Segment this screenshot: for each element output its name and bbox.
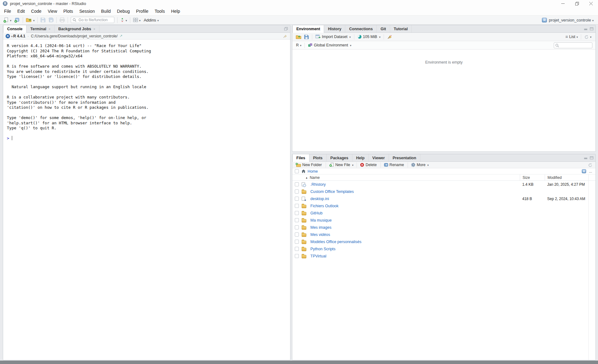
tab-viewer[interactable]: Viewer: [369, 154, 389, 161]
goto-file-input[interactable]: [71, 17, 114, 23]
open-directory-icon[interactable]: ↗: [119, 34, 122, 38]
row-checkbox[interactable]: [295, 232, 299, 237]
tab-environment[interactable]: Environment: [292, 25, 324, 33]
import-dataset-button[interactable]: Import Dataset: [314, 34, 352, 40]
memory-usage-button[interactable]: 105 MiB: [356, 34, 381, 40]
file-link[interactable]: Mes images: [310, 225, 520, 230]
menu-build[interactable]: Build: [98, 7, 114, 15]
row-checkbox[interactable]: [295, 254, 299, 258]
close-icon[interactable]: ×: [48, 27, 50, 31]
list-view-button[interactable]: ≡ List: [564, 34, 579, 40]
row-checkbox[interactable]: [295, 197, 299, 201]
tab-background-jobs[interactable]: Background Jobs ×: [55, 25, 99, 32]
menu-plots[interactable]: Plots: [60, 7, 76, 15]
new-folder-button[interactable]: New Folder: [294, 162, 323, 168]
project-directory-icon[interactable]: R: [582, 169, 586, 173]
clear-console-icon[interactable]: [283, 34, 288, 38]
language-selector-button[interactable]: R: [295, 42, 302, 48]
go-to-directory-button[interactable]: ...: [588, 169, 593, 174]
console-output-area[interactable]: R version 4.4.1 (2024-06-14 ucrt) -- "Ra…: [3, 40, 290, 141]
row-checkbox[interactable]: [295, 247, 299, 251]
more-file-actions-button[interactable]: More: [410, 162, 430, 168]
folder-icon: [302, 226, 306, 230]
tab-connections[interactable]: Connections: [345, 25, 377, 32]
file-link[interactable]: Python Scripts: [310, 247, 520, 251]
tab-presentation[interactable]: Presentation: [389, 154, 420, 161]
close-icon[interactable]: ×: [93, 27, 95, 31]
load-workspace-button[interactable]: [295, 34, 303, 40]
tab-console[interactable]: Console: [3, 25, 26, 33]
restore-button[interactable]: [570, 0, 584, 7]
row-checkbox[interactable]: [295, 218, 299, 222]
minimize-button[interactable]: [556, 0, 570, 7]
menu-file[interactable]: File: [1, 7, 14, 15]
menu-edit[interactable]: Edit: [14, 7, 28, 15]
file-link[interactable]: desktop.ini: [310, 197, 520, 201]
file-link[interactable]: Mes vidéos: [310, 232, 520, 237]
r-version-label[interactable]: R 4.4.1: [13, 34, 26, 38]
delete-file-button[interactable]: Delete: [359, 162, 378, 168]
file-link[interactable]: .Rhistory: [310, 182, 520, 187]
file-link[interactable]: Custom Office Templates: [310, 189, 520, 194]
tab-tutorial[interactable]: Tutorial: [390, 25, 412, 32]
tab-history[interactable]: History: [324, 25, 345, 32]
new-file-button[interactable]: [2, 17, 12, 23]
save-all-button[interactable]: [47, 17, 55, 23]
row-checkbox[interactable]: [295, 204, 299, 208]
row-checkbox[interactable]: [295, 225, 299, 229]
chevron-down-icon[interactable]: [11, 34, 13, 38]
menu-help[interactable]: Help: [168, 7, 183, 15]
menu-profile[interactable]: Profile: [133, 7, 152, 15]
clear-environment-icon[interactable]: [386, 34, 393, 40]
file-link[interactable]: GitHub: [310, 211, 520, 215]
file-link[interactable]: TPVirtual: [310, 254, 520, 258]
breadcrumb-home[interactable]: Home: [308, 169, 318, 174]
row-checkbox[interactable]: [295, 182, 299, 186]
panes-layout-button[interactable]: [132, 17, 142, 23]
refresh-environment-button[interactable]: [583, 34, 592, 40]
row-checkbox[interactable]: [295, 189, 299, 194]
rename-file-button[interactable]: Rename: [383, 162, 405, 168]
select-all-checkbox[interactable]: [295, 169, 299, 173]
column-header-modified[interactable]: Modified: [545, 175, 589, 181]
close-button[interactable]: [584, 0, 598, 7]
version-control-button[interactable]: [119, 17, 128, 23]
minimize-pane-icon[interactable]: [584, 27, 587, 30]
new-project-button[interactable]: R: [13, 17, 21, 23]
refresh-files-button[interactable]: [587, 162, 593, 168]
addins-button[interactable]: Addins: [142, 17, 160, 23]
row-checkbox[interactable]: [295, 211, 299, 215]
tab-packages[interactable]: Packages: [327, 154, 352, 161]
menu-session[interactable]: Session: [76, 7, 98, 15]
save-workspace-button[interactable]: [303, 34, 310, 40]
environment-search-input[interactable]: [554, 42, 592, 48]
menu-debug[interactable]: Debug: [114, 7, 133, 15]
save-button[interactable]: [40, 17, 46, 23]
maximize-pane-icon[interactable]: [590, 27, 593, 30]
column-header-name[interactable]: ▲ Name: [305, 175, 520, 180]
maximize-pane-icon[interactable]: [284, 27, 288, 31]
file-link[interactable]: Ma musique: [310, 218, 520, 223]
menu-view[interactable]: View: [45, 7, 60, 15]
row-checkbox[interactable]: [295, 240, 299, 244]
toolbar-separator: [117, 17, 117, 23]
menu-code[interactable]: Code: [28, 7, 45, 15]
tab-plots[interactable]: Plots: [309, 154, 327, 161]
maximize-pane-icon[interactable]: [590, 156, 593, 159]
menu-tools[interactable]: Tools: [151, 7, 168, 15]
console-prompt-line[interactable]: >: [7, 136, 286, 141]
new-blank-file-button[interactable]: New File: [328, 162, 354, 168]
tab-help[interactable]: Help: [352, 154, 369, 161]
column-header-size[interactable]: Size: [520, 175, 545, 181]
tab-files[interactable]: Files: [292, 154, 309, 162]
file-link[interactable]: Fichiers Outlook: [310, 204, 520, 208]
scrollbar-gutter[interactable]: [588, 175, 589, 360]
project-menu-button[interactable]: R projet_version_controle: [542, 17, 596, 23]
file-link[interactable]: Modèles Office personnalisés: [310, 240, 520, 244]
tab-terminal[interactable]: Terminal ×: [26, 25, 55, 32]
open-file-button[interactable]: [25, 17, 36, 23]
print-button[interactable]: [59, 17, 66, 23]
minimize-pane-icon[interactable]: [584, 156, 587, 159]
tab-git[interactable]: Git: [377, 25, 390, 32]
global-environment-button[interactable]: Global Environment: [307, 42, 352, 48]
